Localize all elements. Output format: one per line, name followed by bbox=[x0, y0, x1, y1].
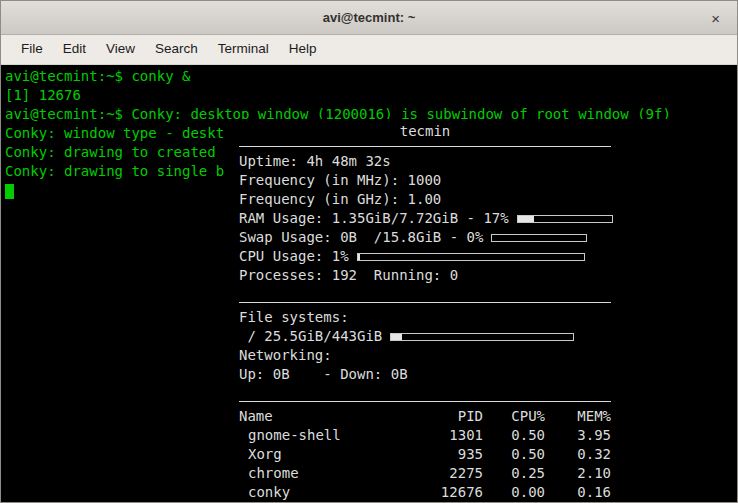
conky-hostname: tecmin bbox=[239, 122, 611, 141]
process-cpu: 0.50 bbox=[483, 445, 545, 464]
cpu-usage-bar bbox=[357, 253, 585, 261]
terminal-screen[interactable]: avi@tecmint:~$ conky & [1] 12676 avi@tec… bbox=[1, 65, 737, 502]
spacer bbox=[239, 285, 737, 297]
table-row: Xorg 935 0.50 0.32 bbox=[239, 445, 611, 464]
ram-usage-bar bbox=[517, 215, 613, 223]
terminal-cursor bbox=[5, 184, 14, 199]
swap-usage-bar bbox=[491, 234, 587, 242]
menu-terminal[interactable]: Terminal bbox=[208, 35, 279, 64]
conky-cpu-row: CPU Usage: 1% bbox=[239, 247, 737, 266]
conky-fs-header: File systems: bbox=[239, 308, 737, 327]
conky-fs-text: / 25.5GiB/443GiB bbox=[239, 327, 382, 346]
terminal-line: avi@tecmint:~$ conky & bbox=[5, 67, 737, 86]
conky-fs-row: / 25.5GiB/443GiB bbox=[239, 327, 737, 346]
close-icon[interactable]: × bbox=[707, 8, 724, 27]
process-mem: 0.32 bbox=[545, 445, 611, 464]
menu-help[interactable]: Help bbox=[279, 35, 327, 64]
conky-swap-text: Swap Usage: 0B /15.8GiB - 0% bbox=[239, 228, 483, 247]
menubar: File Edit View Search Terminal Help bbox=[1, 35, 737, 65]
process-pid: 935 bbox=[403, 445, 483, 464]
col-name-header: Name bbox=[239, 407, 403, 426]
process-mem: 2.10 bbox=[545, 464, 611, 483]
menu-file[interactable]: File bbox=[11, 35, 53, 64]
col-cpu-header: CPU% bbox=[483, 407, 545, 426]
conky-divider bbox=[239, 401, 611, 402]
conky-net-header: Networking: bbox=[239, 346, 737, 365]
process-pid: 12676 bbox=[403, 483, 483, 502]
menu-search[interactable]: Search bbox=[145, 35, 208, 64]
conky-divider bbox=[239, 302, 611, 303]
conky-ram-row: RAM Usage: 1.35GiB/7.72GiB - 17% bbox=[239, 209, 737, 228]
spacer bbox=[239, 384, 737, 396]
col-mem-header: MEM% bbox=[545, 407, 611, 426]
terminal-window: avi@tecmint: ~ × File Edit View Search T… bbox=[0, 0, 738, 503]
process-cpu: 0.50 bbox=[483, 426, 545, 445]
table-row: chrome 2275 0.25 2.10 bbox=[239, 464, 611, 483]
process-name: gnome-shell bbox=[239, 426, 403, 445]
table-row: gnome-shell 1301 0.50 3.95 bbox=[239, 426, 611, 445]
conky-net-row: Up: 0B - Down: 0B bbox=[239, 365, 737, 384]
terminal-line: [1] 12676 bbox=[5, 86, 737, 105]
process-table: Name PID CPU% MEM% gnome-shell 1301 0.50… bbox=[239, 407, 611, 502]
conky-cpu-text: CPU Usage: 1% bbox=[239, 247, 349, 266]
conky-widget: tecmin Uptime: 4h 48m 32s Frequency (in … bbox=[237, 119, 737, 502]
conky-divider bbox=[239, 146, 611, 147]
process-name: Xorg bbox=[239, 445, 403, 464]
process-name: chrome bbox=[239, 464, 403, 483]
conky-uptime: Uptime: 4h 48m 32s bbox=[239, 152, 737, 171]
menu-edit[interactable]: Edit bbox=[53, 35, 96, 64]
process-pid: 2275 bbox=[403, 464, 483, 483]
col-pid-header: PID bbox=[403, 407, 483, 426]
process-mem: 3.95 bbox=[545, 426, 611, 445]
conky-processes-count: Processes: 192 Running: 0 bbox=[239, 266, 737, 285]
titlebar[interactable]: avi@tecmint: ~ × bbox=[1, 1, 737, 35]
process-name: conky bbox=[239, 483, 403, 502]
process-cpu: 0.25 bbox=[483, 464, 545, 483]
conky-freq-mhz: Frequency (in MHz): 1000 bbox=[239, 171, 737, 190]
table-row: conky 12676 0.00 0.16 bbox=[239, 483, 611, 502]
window-title: avi@tecmint: ~ bbox=[323, 10, 416, 25]
process-pid: 1301 bbox=[403, 426, 483, 445]
process-mem: 0.16 bbox=[545, 483, 611, 502]
conky-ram-text: RAM Usage: 1.35GiB/7.72GiB - 17% bbox=[239, 209, 509, 228]
process-table-header: Name PID CPU% MEM% bbox=[239, 407, 611, 426]
menu-view[interactable]: View bbox=[96, 35, 145, 64]
conky-swap-row: Swap Usage: 0B /15.8GiB - 0% bbox=[239, 228, 737, 247]
conky-freq-ghz: Frequency (in GHz): 1.00 bbox=[239, 190, 737, 209]
filesystem-usage-bar bbox=[390, 333, 574, 341]
process-cpu: 0.00 bbox=[483, 483, 545, 502]
